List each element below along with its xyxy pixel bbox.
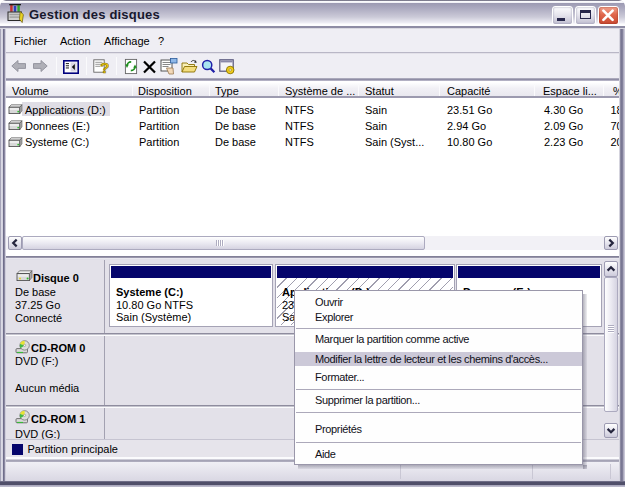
svg-text:?: ? <box>100 59 109 75</box>
